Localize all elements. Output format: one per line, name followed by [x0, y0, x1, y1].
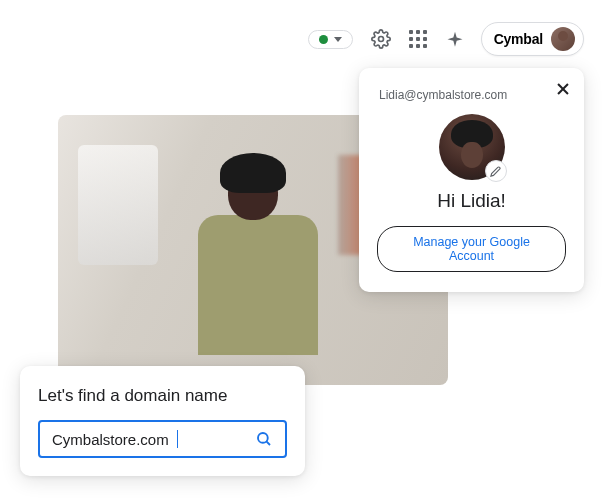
- account-popover: Lidia@cymbalstore.com Hi Lidia! Manage y…: [359, 68, 584, 292]
- active-status-dot: [319, 35, 328, 44]
- top-toolbar: Cymbal: [308, 22, 584, 56]
- domain-search-input[interactable]: Cymbalstore.com: [52, 431, 169, 448]
- domain-search-input-wrapper[interactable]: Cymbalstore.com: [38, 420, 287, 458]
- close-icon[interactable]: [556, 82, 570, 96]
- account-email: Lidia@cymbalstore.com: [379, 84, 507, 114]
- search-icon[interactable]: [255, 430, 273, 448]
- greeting-text: Hi Lidia!: [437, 190, 506, 212]
- brand-name: Cymbal: [494, 31, 543, 47]
- settings-icon[interactable]: [371, 29, 391, 49]
- svg-point-0: [378, 37, 383, 42]
- brand-account-pill[interactable]: Cymbal: [481, 22, 584, 56]
- manage-account-button[interactable]: Manage your Google Account: [377, 226, 566, 272]
- svg-point-1: [258, 433, 268, 443]
- text-cursor: [177, 430, 178, 448]
- domain-search-title: Let's find a domain name: [38, 386, 287, 406]
- avatar-small: [551, 27, 575, 51]
- spark-icon[interactable]: [445, 30, 463, 48]
- domain-search-card: Let's find a domain name Cymbalstore.com: [20, 366, 305, 476]
- edit-avatar-button[interactable]: [485, 160, 507, 182]
- avatar-large: [439, 114, 505, 180]
- chevron-down-icon: [334, 37, 342, 42]
- apps-grid-icon[interactable]: [409, 30, 427, 48]
- status-dropdown[interactable]: [308, 30, 353, 49]
- svg-line-2: [266, 441, 270, 445]
